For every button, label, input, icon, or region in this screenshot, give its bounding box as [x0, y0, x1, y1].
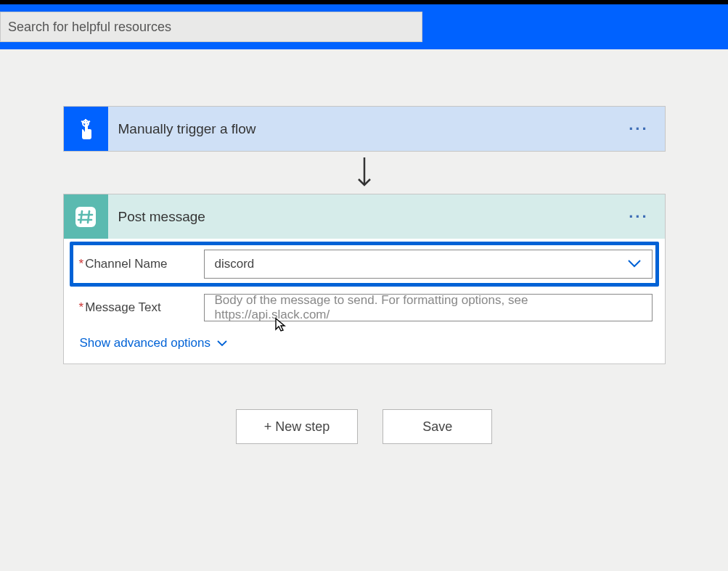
- message-text-label: *Message Text: [76, 300, 204, 315]
- top-bar: Search for helpful resources: [0, 4, 728, 49]
- chevron-down-icon: [216, 340, 228, 347]
- footer-buttons: + New step Save: [236, 409, 493, 444]
- message-text-row: *Message Text Body of the message to sen…: [70, 289, 659, 326]
- channel-name-dropdown[interactable]: discord: [204, 250, 653, 279]
- flow-arrow: [356, 152, 373, 194]
- show-advanced-options[interactable]: Show advanced options: [70, 326, 229, 350]
- new-step-label: + New step: [264, 419, 330, 435]
- advanced-options-label: Show advanced options: [80, 336, 211, 350]
- chevron-down-icon: [627, 257, 642, 271]
- channel-name-value: discord: [215, 257, 255, 271]
- action-title: Post message: [108, 209, 629, 225]
- action-more-menu[interactable]: ···: [629, 208, 664, 226]
- trigger-card[interactable]: Manually trigger a flow ···: [63, 106, 666, 152]
- message-text-placeholder: Body of the message to send. For formatt…: [215, 293, 642, 322]
- manual-trigger-icon: [64, 107, 108, 151]
- required-star: *: [79, 300, 84, 314]
- trigger-more-menu[interactable]: ···: [629, 120, 664, 139]
- save-button[interactable]: Save: [383, 409, 492, 444]
- trigger-header[interactable]: Manually trigger a flow ···: [64, 107, 665, 151]
- message-text-label-text: Message Text: [85, 300, 161, 314]
- channel-name-row: *Channel Name discord: [70, 242, 659, 287]
- search-placeholder: Search for helpful resources: [8, 20, 171, 35]
- action-card[interactable]: Post message ··· *Channel Name discord *…: [63, 194, 666, 364]
- new-step-button[interactable]: + New step: [236, 409, 359, 444]
- channel-name-label-text: Channel Name: [85, 257, 167, 271]
- channel-name-label: *Channel Name: [76, 257, 204, 271]
- message-text-input[interactable]: Body of the message to send. For formatt…: [204, 294, 653, 321]
- svg-rect-5: [75, 207, 96, 227]
- search-input[interactable]: Search for helpful resources: [0, 12, 422, 42]
- flow-canvas: Manually trigger a flow ···: [0, 49, 728, 444]
- save-label: Save: [422, 419, 452, 435]
- trigger-title: Manually trigger a flow: [108, 121, 629, 137]
- action-body: *Channel Name discord *Message Text Body…: [64, 239, 665, 363]
- action-header[interactable]: Post message ···: [64, 194, 665, 239]
- slack-hash-icon: [64, 194, 108, 239]
- required-star: *: [79, 257, 84, 271]
